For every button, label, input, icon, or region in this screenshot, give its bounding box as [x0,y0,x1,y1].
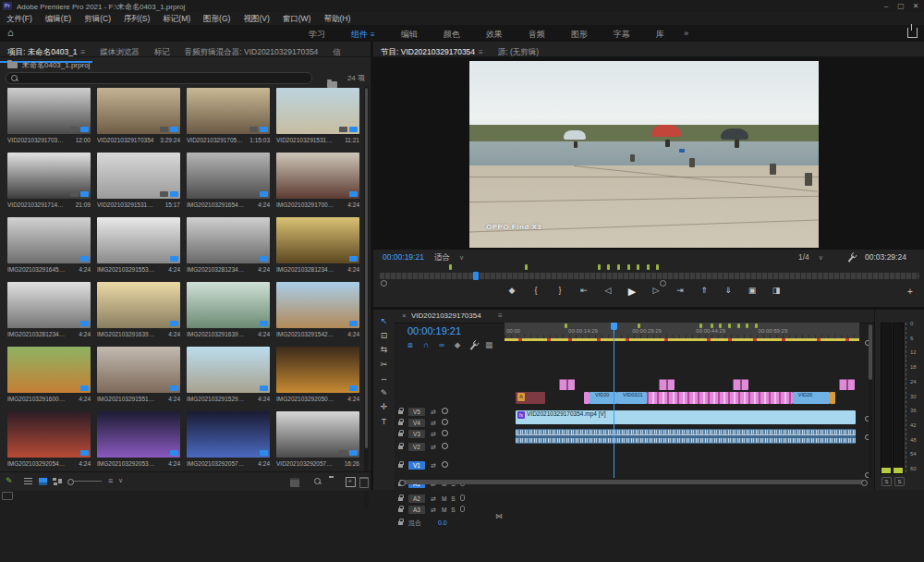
clip-pink-pair[interactable] [733,379,748,390]
thumbnail[interactable] [7,88,91,134]
sequence-marker[interactable] [711,324,713,328]
sequence-marker[interactable] [647,264,650,270]
track-target-V2[interactable]: V2 [408,443,425,451]
zoom-slider-handle[interactable] [67,479,74,485]
sync-lock-icon[interactable]: ⇄ [431,444,436,450]
project-tab[interactable]: 标记 [147,44,177,61]
scrubber-playhead[interactable] [473,272,479,280]
clip-pink-pair[interactable] [839,379,855,390]
project-scrollbar[interactable] [364,86,369,509]
slip-tool[interactable]: ↔ [377,373,391,385]
timeline-vscrollbar[interactable] [869,323,872,478]
clip-segment[interactable] [830,392,835,404]
thumbnail[interactable] [187,153,270,199]
thumbnail[interactable] [7,347,91,393]
project-tab[interactable]: 媒体浏览器 [92,44,147,61]
thumbnail[interactable] [97,411,180,458]
snap-icon[interactable]: ∩ [419,340,432,349]
sequence-marker[interactable] [565,324,567,328]
ripple-edit-tool[interactable]: ⇆ [377,344,391,356]
go-to-in-button[interactable]: ⇤ [575,286,593,295]
master-gain-value[interactable]: 0.0 [438,519,447,526]
sequence-marker[interactable] [637,264,639,270]
program-scrubber[interactable] [379,273,919,279]
quick-export-icon[interactable] [907,28,918,38]
find-icon[interactable] [314,478,321,484]
program-timecode[interactable]: 00:00:19:21 [383,252,424,262]
solo-left-button[interactable]: S [881,477,892,486]
export-frame-button[interactable]: ▣ [743,286,761,295]
sequence-marker[interactable] [699,324,702,328]
track-target-V1[interactable]: V1 [408,461,425,470]
search-input[interactable] [6,72,312,84]
mark-in-button[interactable]: { [527,286,545,295]
hscroll-handle-left[interactable] [399,480,406,486]
panel-menu-icon[interactable]: ≡ [498,312,503,320]
extract-button[interactable]: ⇓ [719,286,737,295]
thumbnail[interactable] [276,153,359,199]
lift-button[interactable]: ⇑ [695,286,713,295]
thumbnail[interactable] [276,282,359,328]
clip-segment[interactable] [647,392,793,404]
panel-menu-icon[interactable]: ≡ [81,48,86,56]
project-tab[interactable]: 信 [325,44,348,61]
close-button[interactable]: ✕ [909,1,922,11]
minimize-button[interactable]: – [880,1,893,11]
voiceover-record-icon[interactable] [460,506,465,512]
sequence-marker[interactable] [598,264,601,270]
sequence-marker[interactable] [719,324,722,328]
sequence-marker[interactable] [617,264,620,270]
go-to-out-button[interactable]: ⇥ [671,286,689,295]
playback-resolution-select[interactable]: 1/4∨ [798,252,823,262]
sequence-marker[interactable] [656,264,659,270]
razor-tool[interactable]: ✂ [377,359,391,371]
sequence-marker[interactable] [728,324,731,328]
pen-tool[interactable]: ✎ [377,387,391,399]
track-lock-icon[interactable] [398,521,403,525]
new-item-icon[interactable] [346,477,356,487]
clear-icon[interactable] [359,477,369,488]
linked-selection-icon[interactable]: ∞ [435,340,448,349]
close-icon[interactable]: × [402,312,407,320]
sequence-marker[interactable] [755,324,758,328]
timeline-ruler[interactable]: 00:0000:00:14:2900:00:29:2900:00:44:2900… [505,323,859,339]
mixdown-icon[interactable]: ⋈ [495,512,503,520]
sequence-marker[interactable] [525,264,528,270]
sequence-marker[interactable] [746,324,748,328]
thumbnail[interactable] [187,282,270,328]
work-area-bar[interactable] [505,338,859,341]
zoom-level-select[interactable]: 适合∨ [434,252,464,263]
sort-chevron-icon[interactable]: ∨ [118,477,123,484]
list-view-icon[interactable] [24,478,32,485]
timeline-settings-wrench-icon[interactable] [470,343,477,349]
zoom-slider-track[interactable] [74,481,102,482]
clip-pink-pair[interactable] [659,379,675,390]
hscroll-handle-right[interactable] [861,480,868,486]
timeline-timecode[interactable]: 00:00:19:21 [407,325,461,336]
track-lock-icon[interactable] [398,446,403,449]
clip-segment[interactable]: A [516,392,545,404]
thumbnail[interactable] [97,153,180,199]
automate-to-sequence-icon[interactable] [290,478,299,487]
timeline-hscrollbar[interactable] [403,480,865,484]
settings-wrench-icon[interactable] [848,255,855,262]
icon-view-icon[interactable] [39,478,47,485]
thumbnail[interactable] [276,88,359,134]
thumbnail[interactable] [187,347,270,393]
thumbnail[interactable] [97,88,180,134]
thumbnail[interactable] [187,88,270,134]
thumbnail[interactable] [97,282,180,328]
clip-segment[interactable]: VID20 [793,392,830,404]
track-output-toggle-icon[interactable] [442,430,448,436]
thumbnail[interactable] [7,282,91,328]
thumbnail[interactable] [97,217,180,263]
playhead-line[interactable] [614,323,614,478]
sequence-marker[interactable] [449,264,452,270]
thumbnail[interactable] [276,411,359,458]
writable-pen-icon[interactable]: ✎ [6,476,13,485]
hand-tool[interactable]: ✛ [377,401,391,413]
workspace-overflow-chevron[interactable]: » [684,29,688,38]
thumbnail[interactable] [7,153,91,199]
clip-segment[interactable]: VID0321 [617,392,647,404]
track-output-toggle-icon[interactable] [442,461,448,468]
